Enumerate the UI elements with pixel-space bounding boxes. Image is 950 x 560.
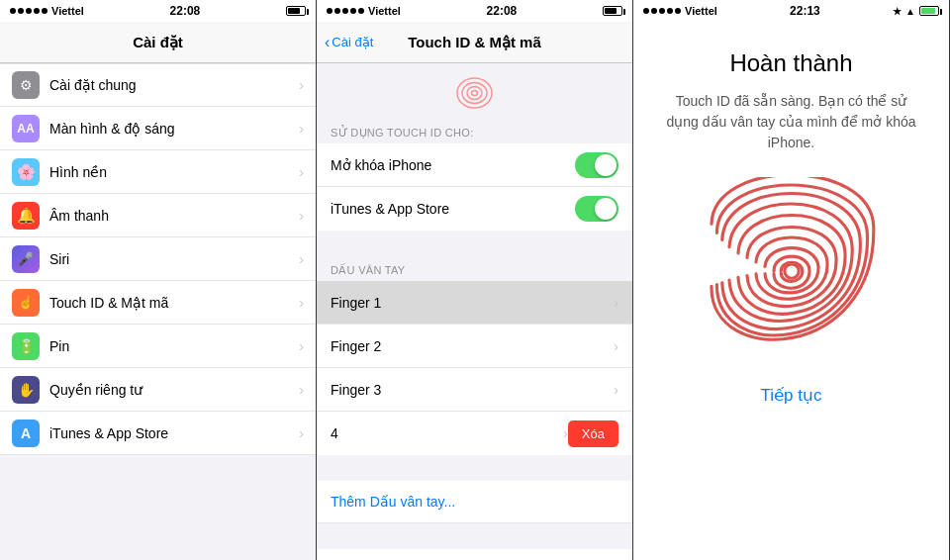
status-right-3: ★ ▲ bbox=[893, 6, 939, 17]
finger-1[interactable]: Finger 1 › bbox=[317, 281, 632, 325]
disable-passcode-row[interactable]: Tắt mật mã bbox=[317, 549, 632, 560]
icon-itunes: A bbox=[12, 420, 40, 447]
label-siri: Siri bbox=[49, 251, 299, 267]
dot2-2 bbox=[334, 8, 340, 14]
completion-content: Hoàn thành Touch ID đã sẵn sàng. Bạn có … bbox=[633, 22, 949, 560]
settings-item-wallpaper[interactable]: 🌸 Hình nền › bbox=[0, 150, 316, 194]
icon-battery: 🔋 bbox=[12, 332, 40, 360]
svg-point-4 bbox=[784, 264, 798, 278]
settings-item-touchid[interactable]: ☝ Touch ID & Mật mã › bbox=[0, 281, 316, 325]
signal-3 bbox=[643, 8, 681, 14]
chevron-f2: › bbox=[614, 338, 618, 354]
settings-item-siri[interactable]: 🎤 Siri › bbox=[0, 237, 316, 281]
battery-3 bbox=[919, 6, 939, 16]
chevron-display: › bbox=[299, 121, 304, 137]
gap-1 bbox=[317, 231, 632, 256]
label-general: Cài đặt chung bbox=[49, 77, 299, 93]
battery-fill-2 bbox=[605, 8, 617, 14]
chevron-touchid: › bbox=[299, 295, 304, 311]
continue-button[interactable]: Tiếp tục bbox=[761, 385, 822, 406]
chevron-itunes: › bbox=[299, 425, 304, 441]
dot2-3 bbox=[342, 8, 348, 14]
chevron-siri: › bbox=[299, 251, 304, 267]
fingerprint-large-icon bbox=[703, 177, 881, 365]
wifi-icon: ▲ bbox=[905, 6, 915, 17]
dot3-5 bbox=[675, 8, 681, 14]
finger-3-label: Finger 3 bbox=[331, 382, 614, 398]
battery-fill-3 bbox=[921, 8, 935, 14]
finger-2[interactable]: Finger 2 › bbox=[317, 325, 632, 368]
icon-siri: 🎤 bbox=[12, 245, 40, 273]
finger-4-label: 4 bbox=[331, 425, 563, 441]
dot3-3 bbox=[659, 8, 665, 14]
dot2-5 bbox=[358, 8, 364, 14]
content-1: ⚙ Cài đặt chung › AA Màn hình & độ sáng … bbox=[0, 63, 316, 560]
dot3 bbox=[26, 8, 32, 14]
settings-list: ⚙ Cài đặt chung › AA Màn hình & độ sáng … bbox=[0, 63, 316, 560]
settings-item-display[interactable]: AA Màn hình & độ sáng › bbox=[0, 107, 316, 150]
settings-item-sound[interactable]: 🔔 Âm thanh › bbox=[0, 194, 316, 237]
delete-button[interactable]: Xóa bbox=[568, 420, 618, 447]
icon-display: AA bbox=[12, 115, 40, 142]
dot2-4 bbox=[350, 8, 356, 14]
chevron-general: › bbox=[299, 77, 304, 93]
time-2: 22:08 bbox=[487, 4, 518, 18]
settings-item-battery[interactable]: 🔋 Pin › bbox=[0, 325, 316, 368]
toggle-unlock-switch[interactable] bbox=[575, 152, 618, 178]
svg-point-2 bbox=[467, 87, 482, 100]
nav-bar-2: ‹ Cài đặt Touch ID & Mật mã bbox=[317, 22, 632, 63]
finger-1-label: Finger 1 bbox=[331, 295, 614, 311]
settings-item-itunes[interactable]: A iTunes & App Store › bbox=[0, 412, 316, 455]
toggle-unlock-label: Mở khóa iPhone bbox=[331, 157, 575, 173]
icon-sound: 🔔 bbox=[12, 202, 40, 230]
screen-settings: Viettel 22:08 Cài đặt ⚙ Cài đặt chung › … bbox=[0, 0, 317, 560]
dot2 bbox=[18, 8, 24, 14]
toggle-itunes-switch[interactable] bbox=[575, 196, 618, 222]
bluetooth-icon: ★ bbox=[893, 6, 902, 17]
icon-privacy: ✋ bbox=[12, 376, 40, 404]
status-bar-2: Viettel 22:08 bbox=[317, 0, 632, 22]
back-label-2: Cài đặt bbox=[332, 35, 373, 49]
status-left-2: Viettel bbox=[327, 5, 401, 17]
chevron-f3: › bbox=[614, 382, 618, 398]
label-display: Màn hình & độ sáng bbox=[49, 121, 299, 137]
status-right-1 bbox=[286, 6, 306, 16]
time-3: 22:13 bbox=[790, 4, 820, 18]
chevron-f1: › bbox=[614, 295, 618, 311]
status-bar-1: Viettel 22:08 bbox=[0, 0, 316, 22]
svg-point-3 bbox=[472, 91, 478, 96]
add-fingerprint-row[interactable]: Thêm Dấu vân tay... bbox=[317, 481, 632, 523]
status-left-1: Viettel bbox=[10, 5, 84, 17]
signal-1 bbox=[10, 8, 48, 14]
carrier-3: Viettel bbox=[685, 5, 717, 17]
chevron-battery: › bbox=[299, 338, 304, 354]
screen-touchid: Viettel 22:08 ‹ Cài đặt Touch ID & Mật m… bbox=[317, 0, 633, 560]
dot3-4 bbox=[667, 8, 673, 14]
finger-2-label: Finger 2 bbox=[331, 338, 614, 354]
dot5 bbox=[42, 8, 48, 14]
battery-1 bbox=[286, 6, 306, 16]
completion-title: Hoàn thành bbox=[729, 49, 852, 77]
toggle-unlock: Mở khóa iPhone bbox=[317, 143, 632, 187]
settings-item-privacy[interactable]: ✋ Quyền riêng tư › bbox=[0, 368, 316, 412]
time-1: 22:08 bbox=[170, 4, 201, 18]
finger-4[interactable]: 4 › Xóa bbox=[317, 412, 632, 455]
nav-title-2: Touch ID & Mật mã bbox=[408, 34, 541, 51]
section-finger-header: DẤU VÂN TAY bbox=[317, 256, 632, 281]
status-right-2 bbox=[603, 6, 622, 16]
label-wallpaper: Hình nền bbox=[49, 164, 299, 180]
dot3-1 bbox=[643, 8, 649, 14]
dot1 bbox=[10, 8, 16, 14]
fp-top-icon bbox=[447, 73, 502, 113]
settings-item-general[interactable]: ⚙ Cài đặt chung › bbox=[0, 63, 316, 107]
add-fingerprint-label: Thêm Dấu vân tay... bbox=[331, 494, 455, 510]
label-itunes: iTunes & App Store bbox=[49, 425, 299, 441]
carrier-1: Viettel bbox=[51, 5, 84, 17]
fp-top-area bbox=[317, 63, 632, 119]
finger-3[interactable]: Finger 3 › bbox=[317, 368, 632, 412]
nav-title-1: Cài đặt bbox=[133, 34, 183, 51]
battery-2 bbox=[603, 6, 622, 16]
chevron-back-icon: ‹ bbox=[325, 34, 330, 51]
toggle-itunes-label: iTunes & App Store bbox=[331, 201, 575, 217]
back-button-2[interactable]: ‹ Cài đặt bbox=[325, 34, 373, 51]
